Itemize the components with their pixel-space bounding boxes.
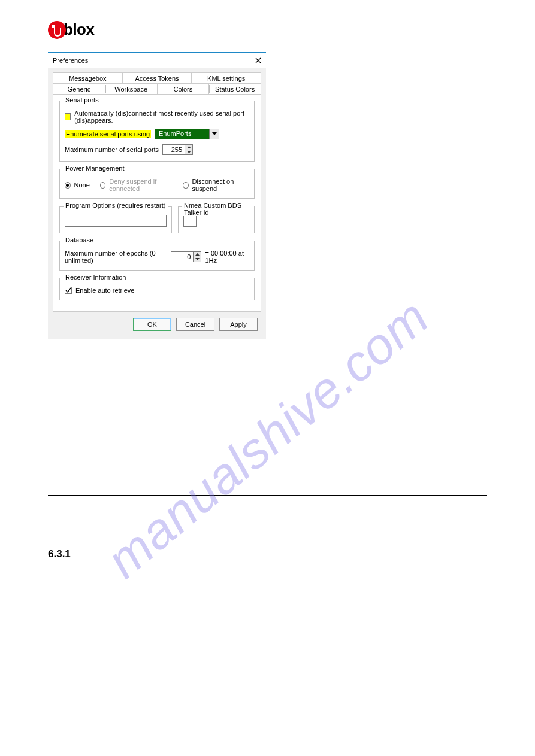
tab-messagebox[interactable]: Messagebox [53, 72, 123, 83]
tab-colors[interactable]: Colors [158, 83, 210, 94]
input-program-options[interactable] [65, 215, 167, 227]
combo-enum-value: EnumPorts [155, 129, 209, 139]
label-auto-retrieve: Enable auto retrieve [75, 287, 134, 294]
combo-enum-ports[interactable]: EnumPorts [155, 129, 219, 139]
group-nmea-talker: Nmea Custom BDS Talker Id [178, 206, 255, 233]
group-power-management: Power Management None Deny suspend if co… [59, 169, 255, 199]
label-auto-connect: Automatically (dis)connect if most recen… [74, 110, 249, 124]
chevron-up-icon[interactable] [194, 252, 201, 257]
preferences-screenshot: Preferences Messagebox Access Tokens KML… [48, 52, 266, 339]
chevron-down-icon[interactable] [194, 257, 201, 262]
ublox-logo-mark [48, 21, 66, 39]
tab-access-tokens[interactable]: Access Tokens [123, 72, 192, 83]
radio-none[interactable] [65, 182, 71, 189]
spinner-max-ports-value[interactable] [163, 145, 185, 154]
label-enum-ports: Enumerate serial ports using [65, 130, 151, 138]
close-icon[interactable] [255, 57, 261, 63]
input-nmea-talker[interactable] [183, 215, 197, 227]
label-disconnect-suspend: Disconnect on suspend [192, 178, 249, 192]
label-epochs: Maximum number of epochs (0-unlimited) [65, 250, 167, 264]
tab-generic[interactable]: Generic [53, 83, 105, 94]
apply-button[interactable]: Apply [219, 318, 258, 331]
ok-button[interactable]: OK [133, 318, 171, 331]
section-number: 6.3.1 [48, 548, 487, 560]
radio-disconnect-suspend[interactable] [183, 182, 189, 189]
horizontal-rules [48, 495, 487, 523]
window-title: Preferences [53, 57, 88, 64]
tab-status-colors[interactable]: Status Colors [209, 83, 261, 94]
legend-serial-ports: Serial ports [64, 96, 101, 104]
checkbox-auto-retrieve[interactable] [65, 287, 72, 294]
label-none: None [74, 181, 90, 189]
radio-deny-suspend [100, 182, 106, 189]
legend-database: Database [64, 236, 95, 244]
group-serial-ports: Serial ports Automatically (dis)connect … [59, 101, 255, 162]
tab-workspace[interactable]: Workspace [105, 83, 158, 94]
window-titlebar: Preferences [48, 53, 266, 68]
legend-power: Power Management [64, 165, 126, 172]
legend-receiver: Receiver Information [64, 274, 128, 281]
cancel-button[interactable]: Cancel [176, 318, 214, 331]
ublox-logo-text: blox [64, 20, 94, 39]
chevron-up-icon[interactable] [185, 145, 192, 150]
label-max-ports: Maximum number of serial ports [65, 146, 159, 153]
label-epochs-suffix: = 00:00:00 at 1Hz [205, 250, 249, 264]
chevron-down-icon[interactable] [209, 129, 219, 139]
label-deny-suspend: Deny suspend if connected [109, 178, 176, 192]
spinner-epochs-value[interactable] [171, 252, 193, 262]
spinner-epochs[interactable] [171, 251, 201, 262]
ublox-logo: blox [48, 20, 487, 39]
checkbox-auto-connect[interactable] [65, 113, 71, 120]
group-program-options: Program Options (requires restart) [59, 206, 172, 233]
group-database: Database Maximum number of epochs (0-unl… [59, 241, 255, 271]
chevron-down-icon[interactable] [185, 150, 192, 155]
legend-program-options: Program Options (requires restart) [64, 202, 168, 209]
legend-nmea: Nmea Custom BDS Talker Id [182, 202, 254, 216]
group-receiver-info: Receiver Information Enable auto retriev… [59, 278, 255, 300]
tab-kml-settings[interactable]: KML settings [192, 72, 261, 83]
spinner-max-ports[interactable] [162, 144, 193, 155]
